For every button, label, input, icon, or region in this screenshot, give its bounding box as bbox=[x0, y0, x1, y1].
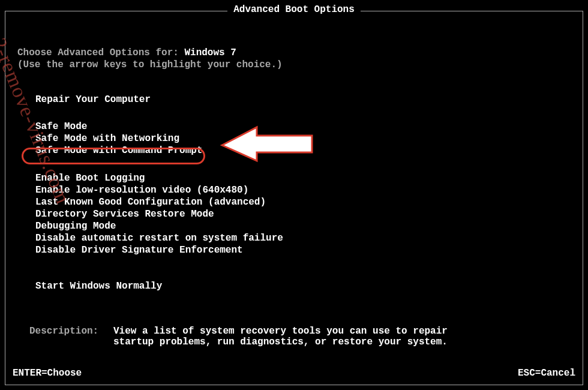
menu-repair-computer[interactable]: Repair Your Computer bbox=[35, 94, 571, 105]
choose-line: Choose Advanced Options for: Windows 7 bbox=[17, 47, 571, 58]
menu-safe-mode-command-prompt[interactable]: Safe Mode with Command Prompt bbox=[35, 145, 571, 157]
menu-directory-services-restore[interactable]: Directory Services Restore Mode bbox=[35, 208, 571, 220]
os-name: Windows 7 bbox=[184, 47, 236, 58]
menu-enable-low-res-video[interactable]: Enable low-resolution video (640x480) bbox=[35, 184, 571, 196]
footer-esc-cancel: ESC=Cancel bbox=[518, 368, 575, 379]
menu-safe-mode-networking[interactable]: Safe Mode with Networking bbox=[35, 133, 571, 145]
footer-bar: ENTER=Choose ESC=Cancel bbox=[13, 368, 575, 379]
menu-safe-mode[interactable]: Safe Mode bbox=[35, 121, 571, 133]
content-area: Choose Advanced Options for: Windows 7 (… bbox=[5, 11, 583, 347]
description-text: View a list of system recovery tools you… bbox=[113, 326, 449, 347]
description-label: Description: bbox=[29, 326, 113, 347]
menu-disable-driver-sig-enforcement[interactable]: Disable Driver Signature Enforcement bbox=[35, 244, 571, 256]
menu-enable-boot-logging[interactable]: Enable Boot Logging bbox=[35, 172, 571, 184]
boot-screen: Advanced Boot Options Choose Advanced Op… bbox=[5, 11, 583, 385]
menu-debugging-mode[interactable]: Debugging Mode bbox=[35, 220, 571, 232]
menu-start-windows-normally[interactable]: Start Windows Normally bbox=[35, 280, 571, 292]
menu-last-known-good-config[interactable]: Last Known Good Configuration (advanced) bbox=[35, 196, 571, 208]
arrow-keys-hint: (Use the arrow keys to highlight your ch… bbox=[17, 59, 571, 70]
page-title: Advanced Boot Options bbox=[227, 4, 361, 15]
footer-enter-choose: ENTER=Choose bbox=[13, 368, 82, 379]
menu-disable-auto-restart[interactable]: Disable automatic restart on system fail… bbox=[35, 232, 571, 244]
choose-prefix: Choose Advanced Options for: bbox=[17, 47, 184, 58]
